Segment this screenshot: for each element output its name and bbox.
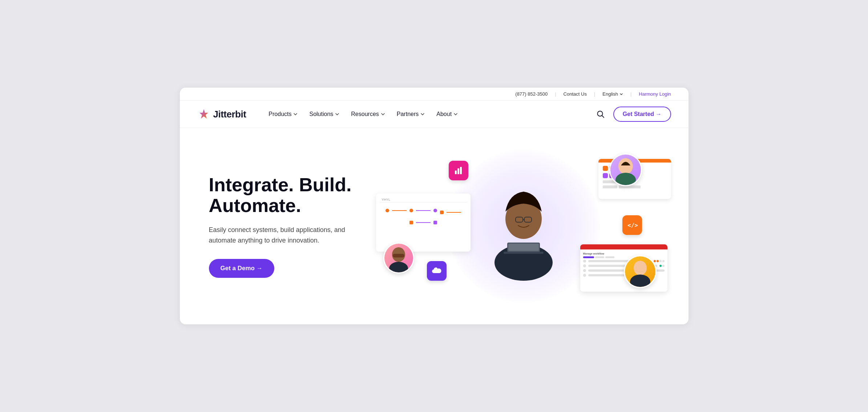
chevron-down-icon bbox=[619, 92, 623, 96]
logo-icon bbox=[197, 108, 210, 121]
resources-chevron-icon bbox=[381, 112, 385, 116]
status-dots-2 bbox=[659, 265, 665, 267]
svg-point-6 bbox=[618, 158, 633, 174]
nav-resources-label: Resources bbox=[351, 111, 379, 117]
status-dot-4 bbox=[662, 260, 665, 262]
svg-rect-4 bbox=[460, 167, 462, 174]
language-label: English bbox=[602, 91, 618, 97]
cloud-icon bbox=[431, 267, 442, 275]
logo[interactable]: Jitterbit bbox=[197, 108, 246, 121]
code-icon-float: </> bbox=[622, 215, 642, 235]
status-dot-3 bbox=[659, 260, 662, 262]
svg-point-7 bbox=[615, 173, 636, 185]
flow-connector-3 bbox=[447, 212, 461, 213]
flow-connector-1 bbox=[392, 210, 407, 211]
nav-solutions-label: Solutions bbox=[309, 111, 333, 117]
flow-dots-container bbox=[380, 203, 467, 229]
avatar-left bbox=[383, 243, 414, 273]
cloud-icon-float bbox=[427, 261, 447, 281]
bar-chart-icon bbox=[453, 165, 464, 176]
code-brackets-icon: </> bbox=[627, 221, 638, 229]
avatar-bg-bottom-right bbox=[625, 256, 655, 287]
hero-heading: Integrate. Build.Automate. bbox=[209, 175, 362, 216]
workflow-tabs bbox=[583, 256, 665, 258]
demo-button[interactable]: Get a Demo → bbox=[209, 259, 274, 278]
nav-partners-label: Partners bbox=[397, 111, 419, 117]
status-dots bbox=[654, 260, 665, 262]
flow-dot-6 bbox=[433, 221, 437, 224]
logo-text: Jitterbit bbox=[213, 109, 246, 120]
flow-dot-4 bbox=[440, 211, 444, 214]
status-dot-1 bbox=[654, 260, 656, 262]
person-face-left bbox=[387, 244, 411, 273]
language-selector[interactable]: English bbox=[602, 91, 623, 97]
nav-resources[interactable]: Resources bbox=[346, 108, 390, 120]
phone-number: (877) 852-3500 bbox=[515, 91, 548, 97]
dot-3 bbox=[583, 269, 586, 272]
avatar-bottom-right bbox=[624, 255, 657, 288]
flow-dot-2 bbox=[409, 209, 413, 212]
dot-2 bbox=[583, 264, 586, 267]
panel-row-4 bbox=[601, 184, 669, 189]
person-center-illustration bbox=[476, 172, 571, 281]
ui-panel-flow: YHYL bbox=[376, 193, 471, 252]
svg-point-11 bbox=[389, 262, 408, 273]
svg-rect-2 bbox=[455, 171, 457, 174]
hero-subtext: Easily connect systems, build applicatio… bbox=[209, 225, 347, 246]
nav-about-label: About bbox=[436, 111, 452, 117]
workflow-tab-active bbox=[583, 256, 594, 258]
nav-about[interactable]: About bbox=[431, 108, 463, 120]
svg-rect-20 bbox=[508, 244, 539, 251]
person-face-top-right bbox=[613, 155, 638, 185]
avatar-bg-left bbox=[384, 244, 413, 272]
demo-label: Get a Demo → bbox=[221, 265, 263, 272]
person-face-bottom-right bbox=[627, 256, 653, 287]
svg-rect-3 bbox=[457, 168, 459, 174]
flow-dot-1 bbox=[385, 209, 389, 212]
nav-right: Get Started → bbox=[594, 107, 671, 122]
avatar-top-right bbox=[609, 153, 642, 186]
grid-line-3 bbox=[603, 185, 617, 188]
harmony-login-link[interactable]: Harmony Login bbox=[639, 91, 671, 97]
svg-point-8 bbox=[634, 261, 647, 275]
grid-cell-purple bbox=[603, 173, 608, 178]
flow-dot-3 bbox=[433, 209, 437, 212]
get-started-label: Get Started → bbox=[623, 111, 662, 117]
svg-text:</>: </> bbox=[627, 222, 638, 229]
svg-point-9 bbox=[630, 275, 650, 287]
divider-1: | bbox=[555, 91, 556, 97]
flow-connector-2 bbox=[416, 210, 431, 211]
hero-content: Integrate. Build.Automate. Easily connec… bbox=[209, 175, 362, 278]
grid-cell-orange bbox=[603, 166, 608, 171]
nav-partners[interactable]: Partners bbox=[392, 108, 430, 120]
grid-line-4 bbox=[619, 185, 641, 188]
status-dot-2 bbox=[657, 260, 659, 262]
nav-links: Products Solutions Resources Partners bbox=[263, 108, 593, 120]
workflow-panel-header bbox=[580, 244, 667, 249]
svg-line-1 bbox=[602, 116, 604, 118]
workflow-title: Manage workflow bbox=[583, 252, 665, 255]
contact-us-link[interactable]: Contact Us bbox=[564, 91, 587, 97]
avatar-bg-top-right bbox=[610, 155, 641, 185]
hero-illustration: </> bbox=[376, 150, 671, 303]
main-card: (877) 852-3500 | Contact Us | English | … bbox=[180, 88, 689, 324]
divider-3: | bbox=[630, 91, 631, 97]
navbar: Jitterbit Products Solutions Resources bbox=[180, 101, 689, 128]
search-icon bbox=[597, 110, 605, 118]
dot-4 bbox=[583, 274, 586, 277]
nav-solutions[interactable]: Solutions bbox=[304, 108, 344, 120]
top-bar: (877) 852-3500 | Contact Us | English | … bbox=[180, 88, 689, 101]
nav-products-label: Products bbox=[269, 111, 291, 117]
products-chevron-icon bbox=[293, 112, 298, 116]
dot-1 bbox=[583, 260, 586, 263]
workflow-tab-1 bbox=[595, 256, 604, 258]
search-button[interactable] bbox=[594, 107, 607, 121]
get-started-button[interactable]: Get Started → bbox=[613, 107, 671, 122]
person-center bbox=[476, 172, 571, 281]
flow-connector-4 bbox=[416, 222, 431, 223]
about-chevron-icon bbox=[453, 112, 458, 116]
status-dot-green bbox=[659, 265, 662, 267]
nav-products[interactable]: Products bbox=[263, 108, 303, 120]
hero-section: Integrate. Build.Automate. Easily connec… bbox=[180, 128, 689, 324]
divider-2: | bbox=[594, 91, 595, 97]
